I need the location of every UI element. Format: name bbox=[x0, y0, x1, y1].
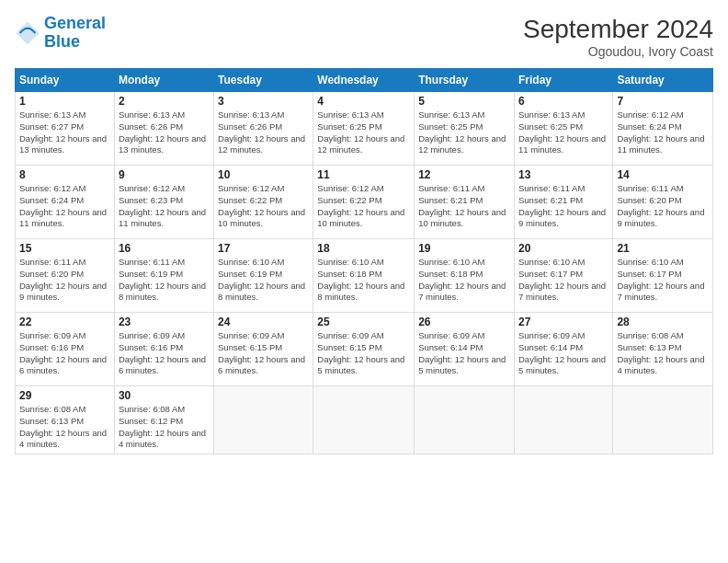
dow-header: Wednesday bbox=[313, 69, 415, 92]
calendar-cell: 20Sunrise: 6:10 AMSunset: 6:17 PMDayligh… bbox=[514, 239, 612, 313]
calendar-cell: 25Sunrise: 6:09 AMSunset: 6:15 PMDayligh… bbox=[313, 313, 415, 386]
calendar-cell: 13Sunrise: 6:11 AMSunset: 6:21 PMDayligh… bbox=[514, 166, 612, 239]
day-info: Sunrise: 6:13 AMSunset: 6:25 PMDaylight:… bbox=[317, 109, 410, 156]
day-info: Sunrise: 6:10 AMSunset: 6:18 PMDaylight:… bbox=[317, 257, 410, 304]
day-number: 21 bbox=[617, 242, 709, 255]
day-number: 14 bbox=[617, 168, 709, 181]
calendar-cell: 28Sunrise: 6:08 AMSunset: 6:13 PMDayligh… bbox=[613, 313, 713, 386]
day-number: 25 bbox=[317, 316, 410, 328]
day-info: Sunrise: 6:13 AMSunset: 6:25 PMDaylight:… bbox=[418, 109, 510, 156]
calendar-cell bbox=[613, 386, 713, 454]
day-info: Sunrise: 6:11 AMSunset: 6:21 PMDaylight:… bbox=[418, 183, 510, 230]
day-info: Sunrise: 6:08 AMSunset: 6:13 PMDaylight:… bbox=[617, 330, 709, 377]
calendar-cell bbox=[514, 386, 612, 454]
day-number: 27 bbox=[518, 316, 609, 328]
header: General Blue September 2024 Ogoudou, Ivo… bbox=[15, 15, 713, 59]
day-number: 6 bbox=[518, 95, 609, 108]
day-info: Sunrise: 6:10 AMSunset: 6:17 PMDaylight:… bbox=[617, 257, 709, 304]
day-info: Sunrise: 6:09 AMSunset: 6:14 PMDaylight:… bbox=[518, 330, 609, 377]
calendar-cell: 21Sunrise: 6:10 AMSunset: 6:17 PMDayligh… bbox=[613, 239, 713, 313]
day-info: Sunrise: 6:12 AMSunset: 6:24 PMDaylight:… bbox=[617, 109, 709, 156]
calendar-cell: 1Sunrise: 6:13 AMSunset: 6:27 PMDaylight… bbox=[16, 92, 115, 166]
day-info: Sunrise: 6:09 AMSunset: 6:16 PMDaylight:… bbox=[19, 330, 110, 377]
day-number: 2 bbox=[119, 95, 210, 108]
calendar-cell: 26Sunrise: 6:09 AMSunset: 6:14 PMDayligh… bbox=[415, 313, 515, 386]
logo-icon bbox=[15, 20, 40, 46]
dow-header: Saturday bbox=[613, 69, 713, 92]
day-info: Sunrise: 6:08 AMSunset: 6:12 PMDaylight:… bbox=[119, 404, 210, 451]
calendar-cell: 30Sunrise: 6:08 AMSunset: 6:12 PMDayligh… bbox=[114, 386, 213, 454]
calendar-cell bbox=[214, 386, 313, 454]
day-number: 15 bbox=[19, 242, 110, 255]
calendar-cell: 15Sunrise: 6:11 AMSunset: 6:20 PMDayligh… bbox=[16, 239, 115, 313]
day-info: Sunrise: 6:11 AMSunset: 6:21 PMDaylight:… bbox=[518, 183, 609, 230]
day-info: Sunrise: 6:09 AMSunset: 6:15 PMDaylight:… bbox=[218, 330, 309, 377]
logo-text: General Blue bbox=[44, 15, 106, 52]
day-info: Sunrise: 6:13 AMSunset: 6:27 PMDaylight:… bbox=[19, 109, 110, 156]
day-number: 3 bbox=[218, 95, 309, 108]
day-number: 4 bbox=[317, 95, 410, 108]
calendar-cell bbox=[415, 386, 515, 454]
logo: General Blue bbox=[15, 15, 106, 52]
dow-header: Monday bbox=[114, 69, 213, 92]
calendar-cell: 7Sunrise: 6:12 AMSunset: 6:24 PMDaylight… bbox=[613, 92, 713, 166]
day-info: Sunrise: 6:11 AMSunset: 6:20 PMDaylight:… bbox=[19, 257, 110, 304]
day-info: Sunrise: 6:11 AMSunset: 6:19 PMDaylight:… bbox=[119, 257, 210, 304]
svg-marker-0 bbox=[16, 21, 39, 44]
location: Ogoudou, Ivory Coast bbox=[523, 44, 713, 59]
calendar-cell: 17Sunrise: 6:10 AMSunset: 6:19 PMDayligh… bbox=[214, 239, 313, 313]
day-number: 16 bbox=[119, 242, 210, 255]
day-number: 24 bbox=[218, 316, 309, 328]
dow-header: Sunday bbox=[16, 69, 115, 92]
calendar-cell: 3Sunrise: 6:13 AMSunset: 6:26 PMDaylight… bbox=[214, 92, 313, 166]
day-number: 12 bbox=[418, 168, 510, 181]
calendar-table: SundayMondayTuesdayWednesdayThursdayFrid… bbox=[15, 68, 713, 454]
day-info: Sunrise: 6:13 AMSunset: 6:25 PMDaylight:… bbox=[518, 109, 609, 156]
day-number: 18 bbox=[317, 242, 410, 255]
calendar-cell: 18Sunrise: 6:10 AMSunset: 6:18 PMDayligh… bbox=[313, 239, 415, 313]
calendar-cell: 8Sunrise: 6:12 AMSunset: 6:24 PMDaylight… bbox=[16, 166, 115, 239]
day-number: 17 bbox=[218, 242, 309, 255]
day-info: Sunrise: 6:11 AMSunset: 6:20 PMDaylight:… bbox=[617, 183, 709, 230]
calendar-cell: 16Sunrise: 6:11 AMSunset: 6:19 PMDayligh… bbox=[114, 239, 213, 313]
dow-header: Thursday bbox=[415, 69, 515, 92]
calendar-cell: 12Sunrise: 6:11 AMSunset: 6:21 PMDayligh… bbox=[415, 166, 515, 239]
calendar-cell: 23Sunrise: 6:09 AMSunset: 6:16 PMDayligh… bbox=[114, 313, 213, 386]
dow-header: Tuesday bbox=[214, 69, 313, 92]
day-info: Sunrise: 6:08 AMSunset: 6:13 PMDaylight:… bbox=[19, 404, 110, 451]
day-number: 10 bbox=[218, 168, 309, 181]
title-block: September 2024 Ogoudou, Ivory Coast bbox=[523, 15, 713, 59]
day-info: Sunrise: 6:12 AMSunset: 6:24 PMDaylight:… bbox=[19, 183, 110, 230]
calendar-cell: 22Sunrise: 6:09 AMSunset: 6:16 PMDayligh… bbox=[16, 313, 115, 386]
day-number: 22 bbox=[19, 316, 110, 328]
calendar-cell bbox=[313, 386, 415, 454]
day-info: Sunrise: 6:12 AMSunset: 6:23 PMDaylight:… bbox=[119, 183, 210, 230]
calendar-cell: 6Sunrise: 6:13 AMSunset: 6:25 PMDaylight… bbox=[514, 92, 612, 166]
day-info: Sunrise: 6:10 AMSunset: 6:19 PMDaylight:… bbox=[218, 257, 309, 304]
day-info: Sunrise: 6:12 AMSunset: 6:22 PMDaylight:… bbox=[317, 183, 410, 230]
day-number: 7 bbox=[617, 95, 709, 108]
calendar-cell: 5Sunrise: 6:13 AMSunset: 6:25 PMDaylight… bbox=[415, 92, 515, 166]
day-info: Sunrise: 6:13 AMSunset: 6:26 PMDaylight:… bbox=[119, 109, 210, 156]
day-number: 11 bbox=[317, 168, 410, 181]
day-number: 13 bbox=[518, 168, 609, 181]
day-info: Sunrise: 6:10 AMSunset: 6:18 PMDaylight:… bbox=[418, 257, 510, 304]
day-number: 9 bbox=[119, 168, 210, 181]
day-number: 5 bbox=[418, 95, 510, 108]
dow-header: Friday bbox=[514, 69, 612, 92]
calendar-cell: 27Sunrise: 6:09 AMSunset: 6:14 PMDayligh… bbox=[514, 313, 612, 386]
day-info: Sunrise: 6:12 AMSunset: 6:22 PMDaylight:… bbox=[218, 183, 309, 230]
day-info: Sunrise: 6:09 AMSunset: 6:16 PMDaylight:… bbox=[119, 330, 210, 377]
day-number: 23 bbox=[119, 316, 210, 328]
day-info: Sunrise: 6:13 AMSunset: 6:26 PMDaylight:… bbox=[218, 109, 309, 156]
day-info: Sunrise: 6:09 AMSunset: 6:14 PMDaylight:… bbox=[418, 330, 510, 377]
day-info: Sunrise: 6:09 AMSunset: 6:15 PMDaylight:… bbox=[317, 330, 410, 377]
calendar-cell: 10Sunrise: 6:12 AMSunset: 6:22 PMDayligh… bbox=[214, 166, 313, 239]
calendar-cell: 19Sunrise: 6:10 AMSunset: 6:18 PMDayligh… bbox=[415, 239, 515, 313]
page-container: General Blue September 2024 Ogoudou, Ivo… bbox=[0, 0, 728, 462]
day-number: 8 bbox=[19, 168, 110, 181]
calendar-cell: 14Sunrise: 6:11 AMSunset: 6:20 PMDayligh… bbox=[613, 166, 713, 239]
calendar-cell: 29Sunrise: 6:08 AMSunset: 6:13 PMDayligh… bbox=[16, 386, 115, 454]
day-number: 26 bbox=[418, 316, 510, 328]
day-number: 29 bbox=[19, 389, 110, 402]
